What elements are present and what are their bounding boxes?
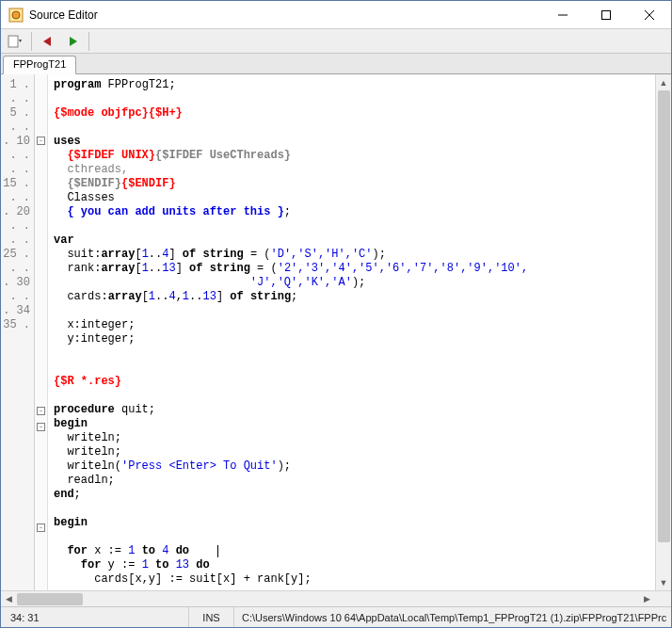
svg-point-1 xyxy=(12,11,20,19)
status-cursor-position: 34: 31 xyxy=(1,607,189,627)
new-dropdown-button[interactable] xyxy=(5,31,25,52)
horizontal-scrollbar[interactable]: ◀ ▶ xyxy=(1,590,671,606)
vertical-scrollbar[interactable]: ▲ ▼ xyxy=(655,74,671,590)
scroll-track[interactable] xyxy=(17,591,639,606)
tab-strip: FPProgT21 xyxy=(1,54,671,74)
scroll-right-icon[interactable]: ▶ xyxy=(639,591,655,606)
scroll-thumb[interactable] xyxy=(658,90,670,542)
minimize-button[interactable] xyxy=(541,1,584,29)
toolbar-divider xyxy=(31,32,32,51)
code-editor[interactable]: program FPProgT21; {$mode objfpc}{$H+} u… xyxy=(48,74,655,590)
scroll-left-icon[interactable]: ◀ xyxy=(1,591,17,606)
status-bar: 34: 31 INS C:\Users\Windows 10 64\AppDat… xyxy=(1,606,671,627)
scroll-up-icon[interactable]: ▲ xyxy=(656,74,671,90)
scroll-corner xyxy=(655,591,671,606)
editor-tab[interactable]: FPProgT21 xyxy=(3,56,76,74)
line-number-gutter: 1 . . . 5 . . . . 10 . . . . 15 . . . . … xyxy=(1,74,35,590)
app-icon xyxy=(8,8,24,23)
fold-toggle-icon[interactable]: - xyxy=(37,523,45,532)
titlebar: Source Editor xyxy=(1,1,671,29)
nav-forward-button[interactable] xyxy=(62,31,83,52)
toolbar-divider xyxy=(88,32,89,51)
scroll-down-icon[interactable]: ▼ xyxy=(656,574,671,590)
fold-column: - - - - xyxy=(35,74,48,590)
status-insert-mode[interactable]: INS xyxy=(189,607,234,627)
scroll-thumb[interactable] xyxy=(17,593,83,605)
status-file-path: C:\Users\Windows 10 64\AppData\Local\Tem… xyxy=(234,612,671,623)
fold-toggle-icon[interactable]: - xyxy=(37,137,45,145)
maximize-button[interactable] xyxy=(584,1,628,29)
toolbar xyxy=(1,29,671,54)
text-cursor xyxy=(217,545,218,557)
editor-area: 1 . . . 5 . . . . 10 . . . . 15 . . . . … xyxy=(1,74,671,590)
window-title: Source Editor xyxy=(29,8,541,22)
svg-rect-3 xyxy=(602,10,611,19)
fold-toggle-icon[interactable]: - xyxy=(37,423,45,431)
source-editor-window: Source Editor FPProgT21 1 . . . 5 . . . … xyxy=(0,0,672,628)
nav-back-button[interactable] xyxy=(38,31,58,52)
close-button[interactable] xyxy=(628,1,671,29)
svg-rect-6 xyxy=(8,36,18,47)
fold-toggle-icon[interactable]: - xyxy=(37,407,45,415)
